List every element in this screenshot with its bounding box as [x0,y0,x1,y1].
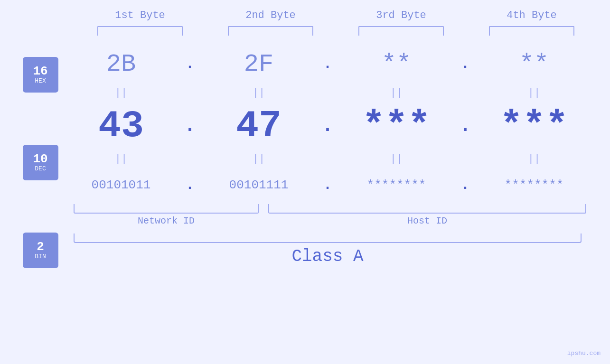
eq1-b3: || [349,87,444,99]
bin-byte2: 00101111 [211,178,306,192]
byte2-header: 2nd Byte [223,9,318,21]
main-container: 1st Byte 2nd Byte 3rd Byte 4th Byte 16 H… [0,0,610,364]
hex-badge: 16 HEX [23,57,58,93]
bracket-byte3 [358,26,444,36]
hex-badge-label: HEX [35,77,46,85]
host-id-label: Host ID [266,215,589,226]
eq2-b4: || [487,153,582,165]
hex-byte3: ** [349,50,444,78]
hex-badge-num: 16 [33,65,47,77]
dec-dot2: . [320,115,335,137]
bin-badge: 2 BIN [23,233,58,268]
badges-column: 16 HEX 10 DEC 2 BIN [0,45,66,268]
bracket-byte1 [97,26,183,36]
data-section: 2B . 2F . ** . ** || || || || 43 [66,45,610,266]
bottom-brackets-row [66,204,589,214]
network-id-label: Network ID [66,215,266,226]
class-label: Class A [66,247,589,266]
hex-byte2: 2F [211,50,306,78]
eq2-b2: || [211,153,306,165]
byte3-header: 3rd Byte [354,9,449,21]
hex-byte1: 2B [74,50,169,78]
byte1-header: 1st Byte [93,9,188,21]
dec-byte3: *** [349,104,444,148]
watermark: ipshu.com [567,350,601,357]
eq1-b1: || [74,87,169,99]
dec-byte1: 43 [74,104,169,148]
bracket-byte2 [228,26,313,36]
eq2-b3: || [349,153,444,165]
network-bracket [74,204,259,214]
dec-dot1: . [183,115,197,137]
bin-byte3: ******** [349,178,444,192]
bin-dot1: . [183,177,197,193]
bin-byte1: 00101011 [74,178,169,192]
hex-byte4: ** [487,50,582,78]
dec-values-row: 43 . 47 . *** . *** [66,102,589,149]
eq1-b2: || [211,87,306,99]
dec-badge: 10 DEC [23,145,58,180]
host-bracket [268,204,586,214]
big-bracket-container [66,233,589,243]
bin-dot2: . [320,177,335,193]
equals-row-1: || || || || [66,83,589,102]
bin-byte4: ******** [487,178,582,192]
bin-badge-label: BIN [35,253,46,261]
byte4-header: 4th Byte [484,9,579,21]
hex-dot2: . [320,56,335,72]
id-labels-row: Network ID Host ID [66,215,589,226]
dec-byte2: 47 [211,104,306,148]
hex-dot3: . [458,56,472,72]
eq2-b1: || [74,153,169,165]
dec-badge-label: DEC [35,165,46,173]
dec-badge-num: 10 [33,153,47,165]
bin-badge-num: 2 [37,241,44,253]
hex-dot1: . [183,56,197,72]
top-bracket-row [75,26,597,36]
bracket-byte4 [489,26,574,36]
bin-dot3: . [458,177,472,193]
bin-values-row: 00101011 . 00101111 . ******** . *******… [66,168,589,202]
header-row: 1st Byte 2nd Byte 3rd Byte 4th Byte [75,9,597,21]
dec-dot3: . [458,115,472,137]
dec-byte4: *** [487,104,582,148]
eq1-b4: || [487,87,582,99]
hex-values-row: 2B . 2F . ** . ** [66,45,589,83]
class-bracket [74,233,582,243]
equals-row-2: || || || || [66,149,589,168]
